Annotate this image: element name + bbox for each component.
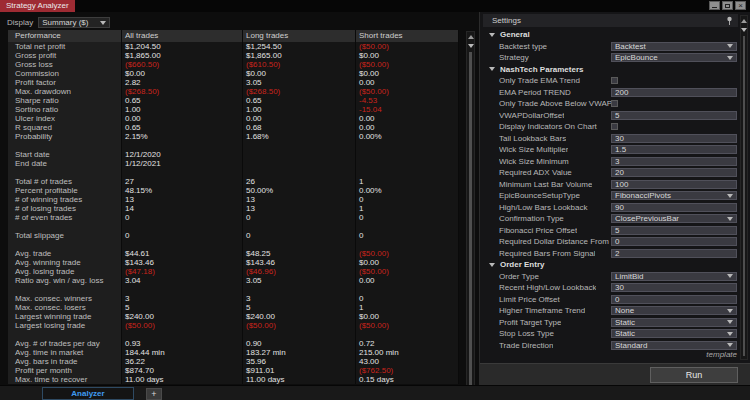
settings-scrollbar[interactable] bbox=[740, 15, 748, 360]
parameter-input[interactable]: 5 bbox=[611, 111, 737, 120]
settings-row: Required Bars From Signal2 bbox=[483, 248, 738, 260]
table-row[interactable] bbox=[8, 222, 459, 231]
row-value: ($50.00) bbox=[356, 321, 459, 330]
parameter-dropdown[interactable]: FibonacciPivots bbox=[611, 191, 737, 200]
parameter-input[interactable]: 0 bbox=[611, 295, 737, 304]
table-row[interactable]: Sharpe ratio0.650.65-4.53 bbox=[8, 96, 459, 105]
parameter-input[interactable]: 20 bbox=[611, 168, 737, 177]
row-value bbox=[122, 240, 243, 249]
table-row[interactable]: Avg. bars in trade36.2235.9643.00 bbox=[8, 357, 459, 366]
table-row[interactable]: Probability2.15%1.68%0.00% bbox=[8, 132, 459, 141]
section-collapse-icon[interactable] bbox=[489, 263, 495, 267]
parameter-checkbox[interactable] bbox=[611, 100, 618, 107]
table-row[interactable]: Ratio avg. win / avg. loss3.043.050.00 bbox=[8, 276, 459, 285]
parameter-input[interactable]: 1.5 bbox=[611, 145, 737, 154]
table-row[interactable]: Largest losing trade($50.00)($50.00)($50… bbox=[8, 321, 459, 330]
scrollbar-thumb[interactable] bbox=[469, 52, 472, 393]
settings-row: General bbox=[483, 29, 738, 41]
table-row[interactable]: Avg. losing trade($47.18)($46.96)($50.00… bbox=[8, 267, 459, 276]
table-row[interactable]: Max. time to recover11.00 days11.00 days… bbox=[8, 375, 459, 384]
table-row[interactable] bbox=[8, 285, 459, 294]
parameter-dropdown[interactable]: None bbox=[611, 306, 737, 315]
parameter-dropdown[interactable]: EpicBounce bbox=[611, 53, 737, 62]
settings-scroll-down-button[interactable] bbox=[741, 25, 747, 34]
row-value: $240.00 bbox=[122, 312, 243, 321]
table-row[interactable]: Percent profitable48.15%50.00%0.00% bbox=[8, 186, 459, 195]
section-header[interactable]: Order Entry bbox=[500, 260, 544, 269]
table-row[interactable]: # of even trades000 bbox=[8, 213, 459, 222]
table-row[interactable]: Gross loss($660.50)($610.50)($50.00) bbox=[8, 60, 459, 69]
parameter-input[interactable]: 0 bbox=[611, 237, 737, 246]
parameter-value: Static bbox=[615, 319, 635, 326]
pin-icon[interactable] bbox=[726, 16, 733, 30]
parameter-input[interactable]: 90 bbox=[611, 203, 737, 212]
parameter-dropdown[interactable]: ClosePreviousBar bbox=[611, 214, 737, 223]
table-row[interactable]: Total # of trades27261 bbox=[8, 177, 459, 186]
table-row[interactable]: R squared0.650.680.00 bbox=[8, 123, 459, 132]
table-row[interactable] bbox=[8, 240, 459, 249]
parameter-input[interactable]: 30 bbox=[611, 283, 737, 292]
table-row[interactable]: Largest winning trade$240.00$240.00$0.00 bbox=[8, 312, 459, 321]
parameter-checkbox[interactable] bbox=[611, 77, 618, 84]
display-dropdown[interactable]: Summary ($) bbox=[38, 17, 110, 28]
scroll-up-button[interactable] bbox=[467, 32, 474, 41]
section-header[interactable]: General bbox=[500, 30, 530, 39]
table-row[interactable]: Profit factor2.823.050.00 bbox=[8, 78, 459, 87]
table-scrollbar[interactable] bbox=[466, 31, 475, 397]
table-row[interactable]: # of losing trades14131 bbox=[8, 204, 459, 213]
row-value: ($50.00) bbox=[356, 42, 459, 51]
parameter-input[interactable]: 3 bbox=[611, 157, 737, 166]
table-row[interactable]: # of winning trades13130 bbox=[8, 195, 459, 204]
parameter-checkbox[interactable] bbox=[611, 123, 618, 130]
parameter-input[interactable]: 30 bbox=[611, 134, 737, 143]
table-row[interactable]: Total slippage000 bbox=[8, 231, 459, 240]
settings-scrollbar-thumb[interactable] bbox=[743, 36, 745, 356]
section-header[interactable]: NashTech Parameters bbox=[500, 65, 583, 74]
table-row[interactable]: Start date12/1/2020 bbox=[8, 150, 459, 159]
parameter-dropdown[interactable]: Standard bbox=[611, 341, 737, 350]
parameter-dropdown[interactable]: Static bbox=[611, 329, 737, 338]
section-collapse-icon[interactable] bbox=[489, 33, 495, 37]
table-row[interactable]: End date1/12/2021 bbox=[8, 159, 459, 168]
template-link[interactable]: template bbox=[706, 350, 737, 359]
row-label: Max. drawdown bbox=[8, 87, 122, 96]
row-value: 0.72 bbox=[356, 339, 459, 348]
parameter-value: Static bbox=[615, 330, 635, 337]
table-row[interactable]: Commission$0.00$0.00$0.00 bbox=[8, 69, 459, 78]
table-row[interactable]: Profit per month$874.70$911.01($762.50) bbox=[8, 366, 459, 375]
parameter-dropdown[interactable]: LimitBid bbox=[611, 272, 737, 281]
row-value: 0.00 bbox=[356, 114, 459, 123]
row-value bbox=[356, 330, 459, 339]
table-row[interactable]: Max. consec. winners330 bbox=[8, 294, 459, 303]
parameter-input[interactable]: 200 bbox=[611, 88, 737, 97]
section-collapse-icon[interactable] bbox=[489, 67, 495, 71]
row-value: -15.04 bbox=[356, 105, 459, 114]
scroll-down-button[interactable] bbox=[467, 41, 474, 50]
table-row[interactable]: Max. consec. losers551 bbox=[8, 303, 459, 312]
parameter-dropdown[interactable]: Backtest bbox=[611, 42, 737, 51]
tab-analyzer[interactable]: Analyzer bbox=[42, 387, 134, 400]
table-row[interactable] bbox=[8, 141, 459, 150]
table-row[interactable]: Total net profit$1,204.50$1,254.50($50.0… bbox=[8, 42, 459, 51]
table-row[interactable] bbox=[8, 330, 459, 339]
restore-button[interactable] bbox=[722, 1, 733, 10]
run-button[interactable]: Run bbox=[650, 367, 738, 383]
minimize-button[interactable] bbox=[709, 1, 720, 10]
table-row[interactable]: Avg. winning trade$143.46$143.46$0.00 bbox=[8, 258, 459, 267]
table-row[interactable]: Max. drawdown($268.50)($268.50)($50.00) bbox=[8, 87, 459, 96]
table-row[interactable]: Avg. trade$44.61$48.25($50.00) bbox=[8, 249, 459, 258]
row-value: 1 bbox=[356, 204, 459, 213]
parameter-dropdown[interactable]: Static bbox=[611, 318, 737, 327]
parameter-input[interactable]: 5 bbox=[611, 226, 737, 235]
add-tab-button[interactable]: + bbox=[146, 388, 162, 400]
table-row[interactable]: Gross profit$1,865.00$1,865.00$0.00 bbox=[8, 51, 459, 60]
close-button[interactable]: × bbox=[735, 1, 746, 10]
parameter-input[interactable]: 100 bbox=[611, 180, 737, 189]
table-row[interactable]: Avg. # of trades per day0.930.900.72 bbox=[8, 339, 459, 348]
table-row[interactable]: Ulcer index0.000.000.00 bbox=[8, 114, 459, 123]
table-row[interactable]: Sortino ratio1.001.00-15.04 bbox=[8, 105, 459, 114]
table-row[interactable] bbox=[8, 168, 459, 177]
table-row[interactable]: Avg. time in market184.44 min183.27 min2… bbox=[8, 348, 459, 357]
settings-scroll-up-button[interactable] bbox=[741, 16, 747, 25]
parameter-input[interactable]: 2 bbox=[611, 249, 737, 258]
